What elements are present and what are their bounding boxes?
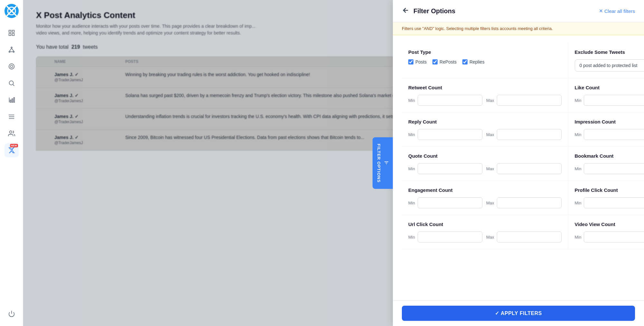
filter-options-tab[interactable]: FILTER OPTIONS [373,137,393,189]
bookmark-count-section: Bookmark Count Min Max [568,147,644,181]
svg-rect-2 [9,30,11,32]
bookmark-count-title: Bookmark Count [575,153,644,159]
retweet-max-input[interactable] [497,95,562,106]
reply-max-input[interactable] [497,129,562,140]
svg-rect-18 [12,99,13,102]
like-count-section: Like Count Min Max [568,78,644,113]
engagement-max-input[interactable] [497,197,562,208]
retweet-count-section: Retweet Count Min Max [402,78,568,113]
filter-panel-title: Filter Options [413,7,455,15]
engagement-count-inputs: Min Max [408,197,562,208]
quote-max-input[interactable] [497,163,562,174]
post-type-title: Post Type [408,49,562,55]
svg-point-14 [9,81,13,85]
bookmark-min-input[interactable] [584,163,644,174]
impression-min-input[interactable] [584,129,644,140]
filter-notice: Filters use "AND" logic. Selecting multi… [393,22,644,35]
like-min-input[interactable] [584,95,644,106]
post-type-section: Post Type Posts RePosts Replies [402,43,568,78]
profile-click-count-title: Profile Click Count [575,187,644,193]
svg-rect-19 [14,98,14,103]
exclude-dropdown[interactable]: 0 post added to protected list [575,59,644,72]
sidebar-item-power[interactable] [5,307,19,321]
post-type-checkboxes: Posts RePosts Replies [408,59,562,64]
reply-count-title: Reply Count [408,119,562,124]
sidebar-item-list[interactable] [5,110,19,124]
quote-count-section: Quote Count Min Max [402,147,568,181]
exclude-tweets-title: Exclude Some Tweets [575,49,644,55]
impression-count-title: Impression Count [575,119,644,124]
engagement-count-title: Engagement Count [408,187,562,193]
svg-rect-3 [12,30,14,32]
retweet-min-input[interactable] [418,95,482,106]
sidebar-item-x[interactable]: NEW [5,143,19,157]
url-click-max-input[interactable] [497,232,562,242]
profile-click-count-inputs: Min Max [575,197,644,208]
sidebar-item-users[interactable] [5,126,19,141]
sidebar-item-chart[interactable] [5,93,19,107]
new-badge: NEW [10,144,18,147]
svg-point-12 [9,64,14,69]
url-click-min-input[interactable] [418,232,482,242]
svg-line-10 [12,48,14,51]
svg-line-15 [13,84,14,86]
app-logo[interactable] [5,4,19,18]
profile-click-count-section: Profile Click Count Min Max [568,181,644,215]
sidebar-item-dashboard[interactable] [5,26,19,40]
video-view-count-inputs: Min Max [575,232,644,242]
reply-count-section: Reply Count Min Max [402,113,568,147]
engagement-count-section: Engagement Count Min Max [402,181,568,215]
like-count-title: Like Count [575,85,644,90]
reply-min-input[interactable] [418,129,482,140]
retweet-count-inputs: Min Max [408,95,562,106]
filter-grid: Post Type Posts RePosts Replies Exclude … [402,43,635,249]
filter-footer: ✓ APPLY FILTERS [393,300,644,326]
quote-count-title: Quote Count [408,153,562,159]
reply-count-inputs: Min Max [408,129,562,140]
back-button[interactable] [402,6,410,15]
svg-line-9 [9,48,11,51]
checkbox-reposts[interactable]: RePosts [432,59,457,64]
filter-panel: Filter Options ✕ Clear all filters Filte… [393,0,644,326]
checkbox-replies[interactable]: Replies [462,59,485,64]
engagement-min-input[interactable] [418,197,482,208]
video-view-count-section: Video View Count Min Max [568,215,644,249]
clear-all-button[interactable]: ✕ Clear all filters [599,8,635,14]
video-view-min-input[interactable] [584,232,644,242]
svg-rect-4 [12,34,14,35]
url-click-count-section: Url Click Count Min Max [402,215,568,249]
exclude-tweets-section: Exclude Some Tweets 0 post added to prot… [568,43,644,78]
url-click-count-title: Url Click Count [408,222,562,227]
quote-count-inputs: Min Max [408,163,562,174]
sidebar-item-monitor[interactable] [5,59,19,74]
like-count-inputs: Min Max [575,95,644,106]
sidebar-item-search[interactable] [5,76,19,90]
filter-body: Post Type Posts RePosts Replies Exclude … [393,35,644,300]
apply-filters-button[interactable]: ✓ APPLY FILTERS [402,306,635,321]
bookmark-count-inputs: Min Max [575,163,644,174]
profile-click-min-input[interactable] [584,197,644,208]
svg-rect-5 [9,34,11,35]
svg-point-13 [10,65,13,67]
svg-point-23 [9,131,12,133]
impression-count-inputs: Min Max [575,129,644,140]
svg-point-6 [11,47,12,48]
quote-min-input[interactable] [418,163,482,174]
url-click-count-inputs: Min Max [408,232,562,242]
impression-count-section: Impression Count Min Max [568,113,644,147]
filter-tab-label: FILTER OPTIONS [376,143,381,183]
filter-header: Filter Options ✕ Clear all filters [393,0,644,22]
sidebar: NEW [0,0,23,326]
sidebar-item-network[interactable] [5,43,19,57]
video-view-count-title: Video View Count [575,222,644,227]
retweet-count-title: Retweet Count [408,85,562,90]
exclude-row: 0 post added to protected list + Add [575,59,644,72]
checkbox-posts[interactable]: Posts [408,59,427,64]
svg-rect-17 [10,100,11,102]
